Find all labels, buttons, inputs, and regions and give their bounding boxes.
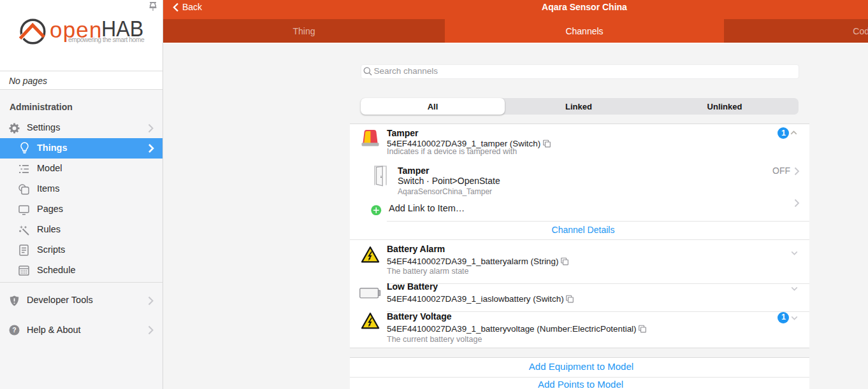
svg-text:?: ? (12, 326, 16, 334)
